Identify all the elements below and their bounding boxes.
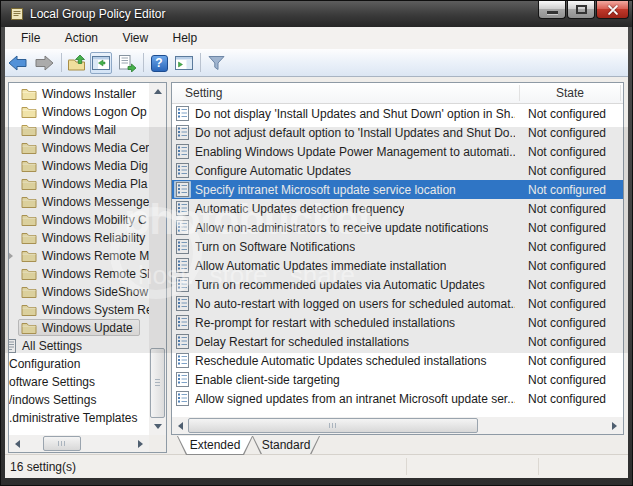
policy-setting-name: Specify intranet Microsoft update servic… (195, 183, 456, 197)
policy-state: Not configured (528, 107, 606, 121)
show-console-tree-button[interactable] (90, 52, 112, 74)
policy-row[interactable]: Do not display 'Install Updates and Shut… (172, 104, 623, 123)
policy-row[interactable]: Reschedule Automatic Updates scheduled i… (172, 351, 623, 370)
policy-row[interactable]: Automatic Updates detection frequency No… (172, 199, 623, 218)
tree-item[interactable]: Windows Media Cer (9, 139, 149, 157)
policy-row[interactable]: Do not adjust default option to 'Install… (172, 123, 623, 142)
policy-row[interactable]: Enabling Windows Update Power Management… (172, 142, 623, 161)
policy-row[interactable]: No auto-restart with logged on users for… (172, 294, 623, 313)
policy-state: Not configured (528, 183, 606, 197)
status-divider (538, 458, 539, 475)
menu-action[interactable]: Action (59, 30, 104, 46)
policy-row[interactable]: Enable client-side targeting Not configu… (172, 370, 623, 389)
policy-setting-name: Configure Automatic Updates (195, 164, 351, 178)
policy-setting-name: Turn on recommended updates via Automati… (195, 278, 485, 292)
scroll-left-button[interactable] (9, 435, 26, 452)
tree-item-label: Windows Media Cer (42, 141, 149, 155)
tree-item[interactable]: Windows Reliability (9, 229, 149, 247)
scroll-right-button[interactable] (132, 435, 149, 452)
back-button[interactable] (7, 52, 29, 74)
show-action-pane-button[interactable] (173, 52, 195, 74)
tree-item-label: Windows Mobility C (42, 213, 147, 227)
tree-vertical-scrollbar[interactable] (149, 83, 166, 435)
tree-item[interactable]: Windows Remote Sh (9, 265, 149, 283)
help-icon: ? (151, 55, 168, 72)
list-horizontal-scrollbar[interactable] (172, 417, 623, 434)
tree-item[interactable]: Windows Remote M (9, 247, 149, 265)
maximize-icon (576, 5, 587, 14)
help-button[interactable]: ? (148, 52, 170, 74)
tree-item[interactable]: Windows Media Pla (9, 175, 149, 193)
toolbar-separator (61, 53, 62, 72)
scroll-down-button[interactable] (149, 418, 166, 435)
policy-icon (176, 239, 189, 254)
policy-row[interactable]: Allow Automatic Updates immediate instal… (172, 256, 623, 275)
tree-item[interactable]: All Settings (9, 337, 149, 355)
tree-item[interactable]: Windows Media Dig (9, 157, 149, 175)
export-list-button[interactable] (116, 52, 138, 74)
scroll-right-button[interactable] (606, 417, 623, 434)
tree-horizontal-scrollbar[interactable] (9, 435, 149, 452)
tree-item[interactable]: Windows Mobility C (9, 211, 149, 229)
settings-icon (9, 339, 16, 353)
tree-item[interactable]: .dministrative Templates (9, 409, 149, 427)
title-bar[interactable]: Local Group Policy Editor (1, 1, 632, 27)
policy-state: Not configured (528, 202, 606, 216)
column-divider[interactable] (519, 85, 520, 101)
policy-row[interactable]: Turn on Software Notifications Not confi… (172, 237, 623, 256)
show-action-pane-icon (175, 56, 193, 70)
triangle-up-icon (154, 89, 162, 94)
menu-view[interactable]: View (116, 30, 154, 46)
policy-row[interactable]: Turn on recommended updates via Automati… (172, 275, 623, 294)
policy-row[interactable]: Configure Automatic Updates Not configur… (172, 161, 623, 180)
policy-setting-name: Enable client-side targeting (195, 373, 340, 387)
policy-state: Not configured (528, 373, 606, 387)
menu-file[interactable]: File (15, 30, 46, 46)
tree-item-label: Windows Messenge (42, 195, 149, 209)
folder-icon (21, 249, 37, 262)
menu-help[interactable]: Help (167, 30, 204, 46)
scrollbar-corner (149, 435, 166, 452)
policy-row[interactable]: Allow signed updates from an intranet Mi… (172, 389, 623, 408)
policy-row[interactable]: Delay Restart for scheduled installation… (172, 332, 623, 351)
tab-extended[interactable]: Extended (177, 436, 253, 455)
policy-row[interactable]: Re-prompt for restart with scheduled ins… (172, 313, 623, 332)
tree-item[interactable]: Windows Installer (9, 85, 149, 103)
close-button[interactable] (596, 1, 629, 19)
tree-item[interactable]: /indows Settings (9, 391, 149, 409)
list-rows: Do not display 'Install Updates and Shut… (172, 104, 623, 417)
forward-button[interactable] (33, 52, 55, 74)
tab-standard[interactable]: Standard (252, 436, 320, 455)
tree-item[interactable]: Windows Logon Op (9, 103, 149, 121)
tree-item[interactable]: Windows System Re (9, 301, 149, 319)
maximize-button[interactable] (567, 1, 595, 19)
policy-row[interactable]: Specify intranet Microsoft update servic… (172, 180, 623, 199)
scrollbar-thumb[interactable] (43, 436, 81, 451)
policy-setting-name: Enabling Windows Update Power Management… (195, 145, 515, 159)
scroll-left-button[interactable] (172, 417, 189, 434)
tree-item[interactable]: Windows Update (9, 319, 149, 337)
back-icon (8, 55, 28, 71)
tree-item[interactable]: Windows Messenge (9, 193, 149, 211)
expand-arrow-icon[interactable] (9, 252, 13, 260)
policy-row[interactable]: Allow non-administrators to receive upda… (172, 218, 623, 237)
tree-item[interactable]: Configuration (9, 355, 149, 373)
column-header-setting[interactable]: Setting (185, 86, 222, 100)
column-header-state[interactable]: State (556, 86, 584, 100)
tree-item[interactable]: Windows SideShow (9, 283, 149, 301)
up-one-level-button[interactable] (66, 52, 88, 74)
policy-setting-name: Re-prompt for restart with scheduled ins… (195, 316, 455, 330)
scroll-up-button[interactable] (149, 83, 166, 100)
minimize-button[interactable] (538, 1, 566, 19)
tree-item[interactable]: Windows Mail (9, 121, 149, 139)
policy-state: Not configured (528, 259, 606, 273)
minimize-icon (547, 11, 558, 14)
scrollbar-thumb[interactable] (150, 348, 165, 418)
column-divider[interactable] (620, 85, 621, 101)
tree-item[interactable]: oftware Settings (9, 373, 149, 391)
folder-icon (21, 141, 37, 154)
scrollbar-thumb[interactable] (188, 418, 478, 433)
filter-button[interactable] (205, 52, 227, 74)
policy-icon (176, 372, 189, 387)
policy-state: Not configured (528, 278, 606, 292)
